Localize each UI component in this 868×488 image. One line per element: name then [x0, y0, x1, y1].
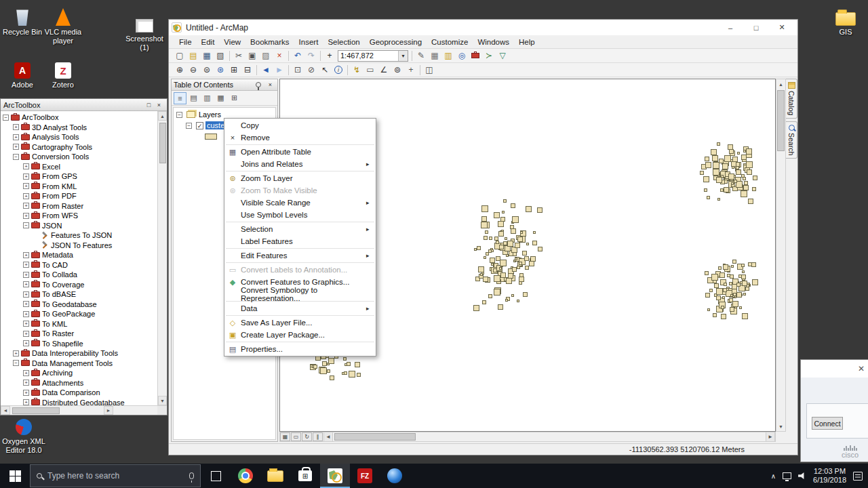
- expand-box-icon[interactable]: +: [23, 262, 29, 268]
- collapse-box-icon[interactable]: −: [23, 222, 29, 228]
- tree-item[interactable]: +To Raster: [1, 329, 157, 339]
- tree-item[interactable]: +From PDF: [1, 191, 157, 201]
- scroll-left-icon[interactable]: ◄: [1, 406, 10, 415]
- expand-box-icon[interactable]: +: [23, 163, 29, 169]
- desktop-icon-recycle-bin[interactable]: Recycle Bin: [1, 3, 43, 37]
- tree-item[interactable]: +To Shapefile: [1, 339, 157, 349]
- map-horizontal-scrollbar[interactable]: ▦ ▭ ↻ ∥ ◄ ►: [279, 432, 776, 442]
- expand-box-icon[interactable]: +: [23, 213, 29, 219]
- context-menu-item[interactable]: Convert Symbology to Representation...: [224, 288, 376, 300]
- fixed-zoom-in-icon[interactable]: ⊞: [227, 64, 241, 76]
- html-popup-icon[interactable]: ▭: [363, 64, 377, 76]
- tree-item[interactable]: +Cartography Tools: [1, 142, 157, 152]
- auto-hide-pin-icon[interactable]: [256, 82, 261, 87]
- scroll-up-icon[interactable]: ▲: [778, 79, 783, 89]
- expand-box-icon[interactable]: +: [23, 370, 29, 376]
- context-menu-item[interactable]: Use Symbol Levels: [224, 209, 376, 221]
- tree-item[interactable]: +To GeoPackage: [1, 309, 157, 319]
- horizontal-scrollbar[interactable]: ◄ ►: [1, 405, 167, 415]
- expand-box-icon[interactable]: +: [23, 331, 29, 337]
- desktop-icon-gis-folder[interactable]: GIS: [825, 3, 867, 37]
- expand-box-icon[interactable]: +: [13, 134, 19, 140]
- context-menu-item[interactable]: ▦Open Attribute Table: [224, 146, 376, 158]
- taskbar-file-explorer[interactable]: [260, 464, 290, 488]
- catalog-window-icon[interactable]: ▥: [441, 49, 455, 62]
- expand-box-icon[interactable]: +: [23, 340, 29, 346]
- float-window-button[interactable]: □: [144, 100, 154, 109]
- context-menu-item[interactable]: Label Features: [224, 235, 376, 247]
- close-icon[interactable]: ×: [265, 81, 275, 89]
- scrollbar-thumb[interactable]: [12, 407, 60, 414]
- go-to-xy-icon[interactable]: +: [404, 64, 418, 76]
- tree-item[interactable]: Features To JSON: [1, 230, 157, 241]
- context-menu-item[interactable]: ⊚Zoom To Layer: [224, 172, 376, 184]
- tree-item[interactable]: −JSON: [1, 221, 157, 231]
- scroll-right-icon[interactable]: ►: [104, 406, 113, 415]
- connect-button[interactable]: Connect: [812, 417, 843, 430]
- expand-box-icon[interactable]: +: [23, 311, 29, 317]
- desktop-icon-zotero[interactable]: Zotero: [42, 56, 84, 89]
- collapse-box-icon[interactable]: −: [13, 154, 19, 160]
- tree-item[interactable]: +To Coverage: [1, 280, 157, 290]
- tree-item[interactable]: −ArcToolbox: [1, 113, 157, 123]
- expand-box-icon[interactable]: +: [23, 252, 29, 258]
- taskbar-store[interactable]: ⊞: [290, 464, 320, 488]
- action-center-icon[interactable]: [853, 472, 863, 481]
- tree-item[interactable]: −Conversion Tools: [1, 152, 157, 162]
- context-menu-item[interactable]: ▤Properties...: [224, 343, 376, 355]
- list-by-source-button[interactable]: ▤: [187, 92, 200, 104]
- menu-view[interactable]: View: [219, 37, 245, 47]
- scroll-right-icon[interactable]: ►: [766, 432, 775, 441]
- context-menu-item[interactable]: Data▸: [224, 302, 376, 314]
- menu-bookmarks[interactable]: Bookmarks: [245, 37, 294, 47]
- tree-item[interactable]: +Excel: [1, 162, 157, 172]
- map-scale-combobox[interactable]: 1:467,872▾: [338, 50, 408, 62]
- table-window-icon[interactable]: ▦: [428, 49, 441, 62]
- task-view-button[interactable]: [201, 464, 231, 488]
- toc-titlebar[interactable]: Table Of Contents ×: [172, 79, 277, 91]
- expand-box-icon[interactable]: +: [23, 203, 29, 209]
- expand-box-icon[interactable]: +: [13, 350, 19, 357]
- paste-icon[interactable]: ▨: [259, 49, 273, 62]
- select-elements-icon[interactable]: ↖: [318, 64, 332, 76]
- context-menu-item[interactable]: Edit Features▸: [224, 249, 376, 262]
- start-button[interactable]: [0, 464, 30, 488]
- model-builder-icon[interactable]: ▽: [496, 49, 509, 62]
- tree-item[interactable]: +To dBASE: [1, 289, 157, 300]
- scroll-down-icon[interactable]: ▼: [778, 422, 783, 431]
- forward-extent-icon[interactable]: ►: [273, 64, 286, 76]
- tree-item[interactable]: JSON To Features: [1, 241, 157, 251]
- taskbar-search-box[interactable]: Type here to search: [30, 464, 201, 487]
- tab-search[interactable]: Search: [786, 121, 797, 159]
- expand-box-icon[interactable]: +: [23, 301, 29, 307]
- scrollbar-thumb[interactable]: [777, 90, 785, 151]
- add-data-icon[interactable]: +: [323, 49, 336, 62]
- expand-box-icon[interactable]: +: [23, 174, 29, 180]
- measure-icon[interactable]: ∠: [377, 64, 391, 76]
- tree-item[interactable]: +Data Interoperability Tools: [1, 348, 157, 359]
- menu-help[interactable]: Help: [514, 37, 540, 47]
- expand-box-icon[interactable]: +: [23, 272, 29, 278]
- menu-selection[interactable]: Selection: [323, 37, 364, 47]
- tree-item[interactable]: +From WFS: [1, 211, 157, 221]
- viewer-window-icon[interactable]: ◫: [422, 64, 436, 76]
- tree-item[interactable]: +Metadata: [1, 250, 157, 260]
- full-extent-icon[interactable]: ⊛: [214, 64, 227, 76]
- menu-customize[interactable]: Customize: [427, 37, 473, 47]
- cut-icon[interactable]: ✂: [232, 49, 245, 62]
- list-by-visibility-button[interactable]: ▥: [201, 92, 214, 104]
- copy-icon[interactable]: ▣: [245, 49, 259, 62]
- map-vertical-scrollbar[interactable]: ▲ ▼: [776, 79, 786, 432]
- pan-icon[interactable]: ⊜: [200, 64, 214, 76]
- tree-item[interactable]: +To CAD: [1, 260, 157, 270]
- arctoolbox-titlebar[interactable]: ArcToolbox □ ×: [1, 99, 167, 111]
- pause-drawing-button[interactable]: ∥: [313, 432, 323, 441]
- open-icon[interactable]: ▤: [186, 49, 200, 62]
- taskbar-clock[interactable]: 12:03 PM 6/19/2018: [813, 467, 846, 485]
- vertical-scrollbar[interactable]: ▲ ▼: [157, 111, 167, 405]
- context-menu-item[interactable]: Copy: [224, 119, 376, 131]
- tree-item[interactable]: +Distributed Geodatabase: [1, 398, 157, 406]
- context-menu-item[interactable]: ▣Create Layer Package...: [224, 329, 376, 341]
- tree-item[interactable]: +From GPS: [1, 171, 157, 182]
- network-icon[interactable]: [783, 472, 791, 479]
